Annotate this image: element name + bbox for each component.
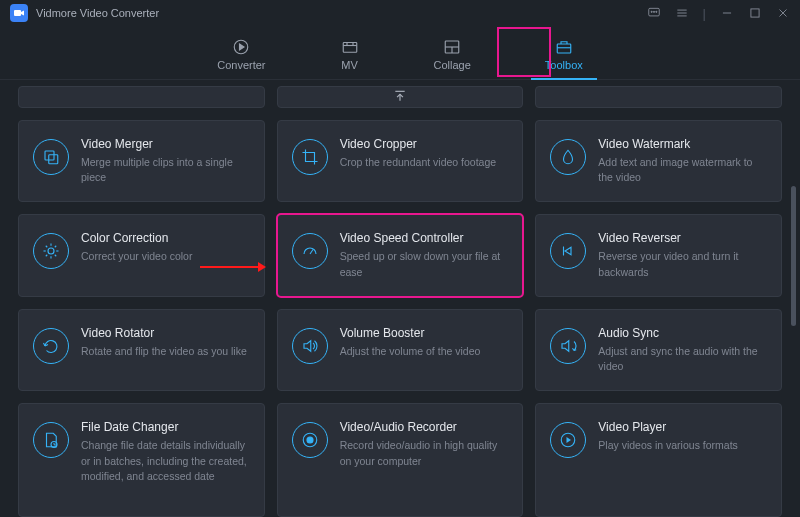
svg-point-4 [655, 11, 656, 12]
svg-point-2 [651, 11, 652, 12]
tab-label: Collage [434, 59, 471, 71]
card-desc: Adjust the volume of the video [340, 344, 509, 359]
card-title: Audio Sync [598, 326, 767, 340]
card-file-date-changer[interactable]: File Date Changer Change file date detai… [18, 403, 265, 517]
card-video-audio-recorder[interactable]: Video/Audio Recorder Record video/audio … [277, 403, 524, 517]
card-desc: Crop the redundant video footage [340, 155, 509, 170]
tab-mv[interactable]: MV [332, 26, 368, 79]
card-title: Video Merger [81, 137, 250, 151]
svg-line-34 [55, 246, 57, 248]
svg-point-26 [48, 248, 54, 254]
toolbox-content: Video Merger Merge multiple clips into a… [0, 80, 800, 517]
card-video-merger[interactable]: Video Merger Merge multiple clips into a… [18, 120, 265, 202]
svg-line-35 [310, 250, 313, 255]
svg-rect-0 [14, 10, 21, 16]
card-desc: Reverse your video and turn it backwards [598, 249, 767, 279]
partial-card[interactable] [535, 86, 782, 108]
toolbox-grid: Video Merger Merge multiple clips into a… [18, 120, 782, 517]
volume-icon [292, 328, 328, 364]
app-logo [10, 4, 28, 22]
svg-line-32 [55, 255, 57, 257]
card-color-correction[interactable]: Color Correction Correct your video colo… [18, 214, 265, 296]
card-title: Video Rotator [81, 326, 250, 340]
card-desc: Merge multiple clips into a single piece [81, 155, 250, 185]
tab-collage[interactable]: Collage [426, 26, 479, 79]
watermark-icon [550, 139, 586, 175]
player-icon [550, 422, 586, 458]
tab-toolbox[interactable]: Toolbox [537, 26, 591, 79]
card-desc: Speed up or slow down your file at ease [340, 249, 509, 279]
card-title: Color Correction [81, 231, 250, 245]
svg-line-33 [46, 255, 48, 257]
card-desc: Adjust and sync the audio with the video [598, 344, 767, 374]
svg-rect-24 [45, 151, 54, 160]
feedback-icon[interactable] [647, 6, 661, 20]
partial-card[interactable] [18, 86, 265, 108]
cropper-icon [292, 139, 328, 175]
svg-rect-25 [49, 155, 58, 164]
svg-point-41 [307, 437, 313, 443]
partial-card[interactable] [277, 86, 524, 108]
title-bar: Vidmore Video Converter | [0, 0, 800, 26]
card-desc: Correct your video color [81, 249, 250, 264]
svg-line-39 [54, 445, 56, 446]
recorder-icon [292, 422, 328, 458]
card-desc: Add text and image watermark to the vide… [598, 155, 767, 185]
reverser-icon [550, 233, 586, 269]
tab-label: MV [341, 59, 358, 71]
color-icon [33, 233, 69, 269]
card-video-reverser[interactable]: Video Reverser Reverse your video and tu… [535, 214, 782, 296]
divider: | [703, 6, 706, 21]
scroll-top-icon[interactable] [393, 89, 407, 107]
converter-icon [231, 38, 251, 56]
tab-label: Toolbox [545, 59, 583, 71]
svg-line-31 [46, 246, 48, 248]
main-tabs: Converter MV Collage Toolbox [0, 26, 800, 80]
window-controls: | [647, 6, 790, 21]
menu-icon[interactable] [675, 6, 689, 20]
card-title: Video Reverser [598, 231, 767, 245]
card-title: File Date Changer [81, 420, 250, 434]
card-audio-sync[interactable]: Audio Sync Adjust and sync the audio wit… [535, 309, 782, 391]
scrollbar-thumb[interactable] [791, 186, 796, 326]
card-title: Video Speed Controller [340, 231, 509, 245]
merger-icon [33, 139, 69, 175]
card-video-player[interactable]: Video Player Play videos in various form… [535, 403, 782, 517]
card-video-cropper[interactable]: Video Cropper Crop the redundant video f… [277, 120, 524, 202]
maximize-button[interactable] [748, 6, 762, 20]
card-video-speed-controller[interactable]: Video Speed Controller Speed up or slow … [277, 214, 524, 296]
svg-rect-13 [343, 43, 357, 53]
card-title: Video Cropper [340, 137, 509, 151]
tab-converter[interactable]: Converter [209, 26, 273, 79]
partial-row [18, 86, 782, 108]
tab-label: Converter [217, 59, 265, 71]
speed-icon [292, 233, 328, 269]
mv-icon [340, 38, 360, 56]
svg-rect-20 [557, 44, 571, 53]
card-title: Video Watermark [598, 137, 767, 151]
svg-point-3 [653, 11, 654, 12]
card-volume-booster[interactable]: Volume Booster Adjust the volume of the … [277, 309, 524, 391]
svg-rect-9 [751, 9, 759, 17]
card-desc: Record video/audio in high quality on yo… [340, 438, 509, 468]
app-title: Vidmore Video Converter [36, 7, 159, 19]
card-desc: Play videos in various formats [598, 438, 767, 453]
filedate-icon [33, 422, 69, 458]
minimize-button[interactable] [720, 6, 734, 20]
card-video-rotator[interactable]: Video Rotator Rotate and flip the video … [18, 309, 265, 391]
toolbox-icon [554, 38, 574, 56]
card-title: Video/Audio Recorder [340, 420, 509, 434]
card-desc: Rotate and flip the video as you like [81, 344, 250, 359]
card-desc: Change file date details individually or… [81, 438, 250, 484]
rotator-icon [33, 328, 69, 364]
card-title: Video Player [598, 420, 767, 434]
close-button[interactable] [776, 6, 790, 20]
collage-icon [442, 38, 462, 56]
camera-icon [13, 7, 25, 19]
sync-icon [550, 328, 586, 364]
card-video-watermark[interactable]: Video Watermark Add text and image water… [535, 120, 782, 202]
card-title: Volume Booster [340, 326, 509, 340]
